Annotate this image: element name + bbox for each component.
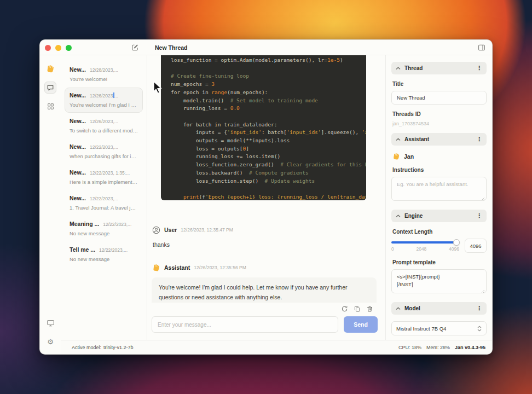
tick-min: 0 — [391, 246, 394, 252]
minimize-window-button[interactable] — [55, 45, 61, 51]
section-title: Thread — [404, 65, 476, 71]
traffic-lights — [45, 45, 72, 51]
chat-column: loss_function = optim.Adam(model.paramet… — [147, 55, 386, 340]
thread-title: New... — [70, 118, 86, 124]
right-panel-toggle-icon[interactable] — [478, 44, 485, 51]
thread-date: 12/26/2023,... — [90, 119, 118, 124]
thread-list-item[interactable]: New...12/22/2023,... 1. Travel Journal: … — [65, 190, 143, 216]
context-slider-fill — [391, 241, 456, 244]
copy-icon[interactable] — [353, 305, 361, 312]
context-length-slider[interactable] — [391, 241, 459, 244]
instructions-label: Instructions — [392, 167, 485, 173]
memory-usage: Mem: 28% — [426, 345, 450, 350]
thread-list-item[interactable]: New...12/26/2023,... To switch to a diff… — [65, 113, 143, 138]
zoom-window-button[interactable] — [66, 45, 72, 51]
thread-title: New... — [70, 169, 86, 176]
thread-preview: To switch to a different model,... — [70, 128, 138, 134]
wave-hand-icon — [44, 63, 56, 75]
chevron-up-icon — [396, 215, 401, 218]
text-caret — [113, 92, 114, 98]
thread-preview: When purchasing gifts for in-... — [70, 153, 138, 159]
title-label: Title — [392, 81, 485, 87]
chevron-up-icon — [396, 138, 401, 141]
thread-list-item[interactable]: Meaning ...12/22/2023,... No new message — [65, 216, 143, 241]
thread-list-item[interactable]: New...12/28/2023,... You're welcome! — [65, 62, 143, 87]
message-text: thanks — [153, 241, 377, 248]
thread-title: Tell me ... — [70, 246, 95, 253]
message-role: Assistant — [164, 264, 190, 271]
model-section-header[interactable]: Model ⋮ — [391, 302, 487, 315]
thread-list-item[interactable]: New...12/22/2023, 1:35:... Here is a sim… — [65, 165, 143, 190]
composer: Send — [147, 315, 385, 340]
tick-max: 4096 — [449, 246, 459, 252]
threads-id-label: Threads ID — [392, 111, 485, 117]
slider-tick-labels: 0 2048 4096 — [391, 246, 459, 252]
icon-rail: ⚙ — [40, 55, 61, 354]
titlebar: New Thread — [40, 40, 492, 55]
thread-date: 12/22/2023,... — [90, 196, 118, 201]
prompt-template-textarea[interactable]: <s>[INST]{prompt} [/INST] — [391, 269, 487, 293]
chevron-up-icon — [396, 307, 401, 310]
thread-section: Thread ⋮ Title Threads ID jan_1703574534 — [391, 62, 487, 126]
jan-app-window: New Thread — [39, 39, 493, 355]
kebab-menu-icon[interactable]: ⋮ — [476, 136, 482, 143]
message-scroll-area[interactable]: loss_function = optim.Adam(model.paramet… — [147, 55, 385, 303]
section-title: Engine — [404, 213, 476, 219]
assistant-avatar-wave-icon — [152, 263, 160, 272]
resize-handle-icon[interactable] — [481, 197, 485, 201]
instructions-textarea[interactable] — [391, 177, 487, 201]
new-thread-compose-icon[interactable] — [131, 43, 139, 51]
thread-date: 12/22/2023,... — [103, 222, 131, 227]
thread-section-header[interactable]: Thread ⋮ — [391, 62, 487, 74]
chevron-up-icon — [396, 67, 401, 70]
context-length-value[interactable]: 4096 — [465, 239, 487, 253]
thread-preview: Here is a simple implementati... — [70, 179, 138, 185]
message-timestamp: 12/26/2023, 12:35:56 PM — [194, 265, 246, 270]
selected-model: Mistral Instruct 7B Q4 — [396, 326, 477, 332]
thread-preview: You're welcome! — [70, 76, 138, 82]
wave-hand-icon — [392, 153, 400, 160]
thread-date: 12/28/2023,... — [90, 67, 118, 73]
cpu-usage: CPU: 18% — [398, 345, 421, 350]
assistant-message: Assistant 12/26/2023, 12:35:56 PM You're… — [152, 263, 377, 303]
threads-id-value: jan_1703574534 — [392, 121, 485, 126]
kebab-menu-icon[interactable]: ⋮ — [476, 65, 482, 72]
thread-preview: No new message — [70, 230, 138, 236]
sidebar-item-chat[interactable] — [44, 82, 56, 94]
model-section: Model ⋮ Mistral Instruct 7B Q4 — [391, 302, 487, 340]
thread-title-input[interactable] — [391, 91, 487, 105]
window-title: New Thread — [155, 44, 188, 51]
active-model-value: trinity-v1.2-7b — [103, 345, 134, 350]
thread-date: 12/22/2023,... — [99, 247, 128, 253]
assistant-section-header[interactable]: Assistant ⋮ — [391, 133, 487, 146]
thread-list-item[interactable]: New...12/22/2023,... When purchasing gif… — [65, 139, 143, 164]
model-select-dropdown[interactable]: Mistral Instruct 7B Q4 — [391, 321, 487, 335]
chevron-up-down-icon — [477, 326, 482, 332]
kebab-menu-icon[interactable]: ⋮ — [476, 212, 482, 219]
system-monitor-icon[interactable] — [44, 317, 56, 329]
settings-gear-icon[interactable]: ⚙ — [44, 335, 56, 347]
send-button[interactable]: Send — [344, 316, 378, 333]
desktop-wallpaper: New Thread — [0, 0, 532, 394]
thread-list-item[interactable]: Tell me ...12/22/2023,... No new message — [65, 242, 143, 267]
engine-section: Engine ⋮ Context Length — [391, 210, 487, 296]
thread-list: New...12/28/2023,... You're welcome! New… — [61, 55, 147, 340]
active-model-label: Active model: — [72, 345, 101, 350]
regenerate-icon[interactable] — [340, 305, 348, 312]
thread-preview: No new message — [70, 256, 138, 262]
sidebar-item-hub[interactable] — [44, 100, 56, 112]
thread-list-item-selected[interactable]: New...12/26/2023,... You're welcome! I'm… — [65, 88, 143, 113]
prompt-template-label: Prompt template — [392, 259, 485, 265]
resize-handle-icon[interactable] — [481, 289, 485, 293]
delete-trash-icon[interactable] — [366, 305, 373, 312]
kebab-menu-icon[interactable]: ⋮ — [476, 305, 482, 312]
user-avatar-icon — [152, 225, 160, 234]
slider-thumb[interactable] — [453, 239, 460, 246]
thread-title: New... — [70, 195, 86, 201]
message-input[interactable] — [152, 316, 338, 333]
engine-section-header[interactable]: Engine ⋮ — [391, 210, 487, 222]
close-window-button[interactable] — [45, 45, 51, 51]
thread-date: 12/22/2023, 1:35:... — [90, 170, 130, 176]
message-timestamp: 12/26/2023, 12:35:47 PM — [181, 227, 233, 233]
section-title: Model — [404, 305, 476, 311]
